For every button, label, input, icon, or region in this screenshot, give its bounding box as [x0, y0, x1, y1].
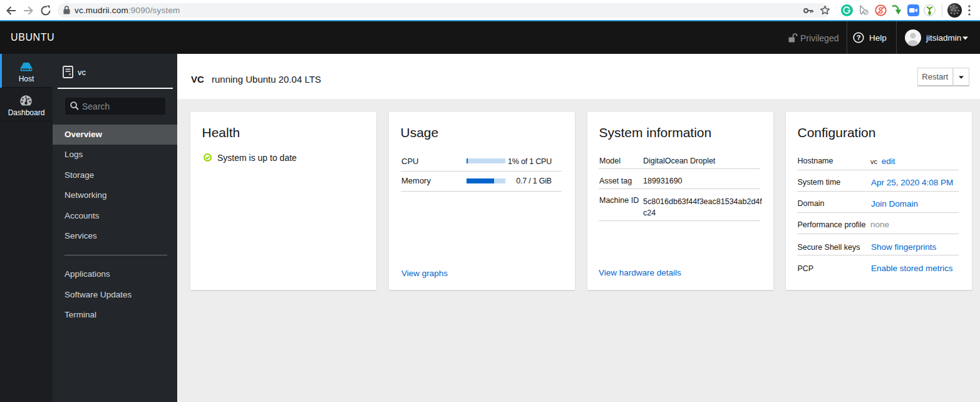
svg-text:?: ?: [857, 34, 861, 41]
